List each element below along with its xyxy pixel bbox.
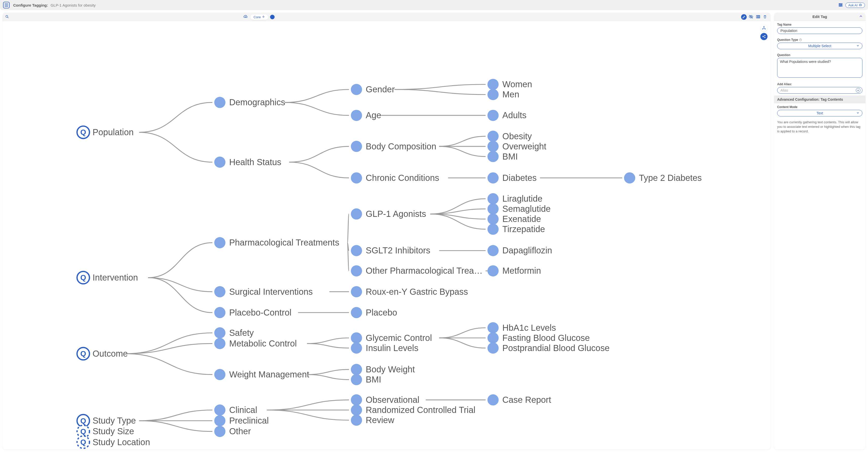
search-icon[interactable] [5, 15, 10, 20]
tree-node-other[interactable]: Other [214, 426, 251, 437]
svg-text:Q: Q [81, 417, 86, 425]
tree-node-weightmgmt[interactable]: Weight Management [214, 369, 309, 380]
tree-node-bmi2[interactable]: BMI [351, 374, 381, 385]
svg-text:BMI: BMI [366, 375, 381, 384]
svg-point-57 [488, 203, 499, 215]
svg-text:Other Pharmacological Trea…: Other Pharmacological Trea… [366, 266, 483, 276]
help-icon[interactable] [799, 38, 802, 41]
tree-node-t2d[interactable]: Type 2 Diabetes [624, 172, 702, 183]
tree-node-sglt2[interactable]: SGLT2 Inhibitors [351, 245, 430, 256]
collapse-panel-icon[interactable] [859, 14, 863, 19]
tree-node-chronic[interactable]: Chronic Conditions [351, 172, 439, 183]
tree-node-healthstatus[interactable]: Health Status [214, 157, 281, 168]
hierarchy-icon[interactable] [761, 24, 768, 31]
settings-icon[interactable] [838, 3, 843, 8]
tree-canvas[interactable]: QPopulationDemographicsGenderWomenMenAge… [3, 21, 771, 449]
question-textarea[interactable] [777, 58, 862, 77]
tree-node-obs[interactable]: Observational [351, 394, 419, 406]
ask-ai-button[interactable]: Ask AI [845, 3, 865, 8]
tree-node-overweight[interactable]: Overweight [488, 141, 547, 152]
svg-text:Glycemic Control: Glycemic Control [366, 333, 432, 343]
svg-text:HbA1c Levels: HbA1c Levels [502, 323, 556, 332]
tree-node-ppbg[interactable]: Postprandial Blood Glucose [488, 343, 610, 354]
tree-node-bw[interactable]: Body Weight [351, 364, 415, 375]
tree-node-metctl[interactable]: Metabolic Control [214, 338, 297, 349]
edit-icon[interactable] [741, 14, 747, 20]
tree-node-surgical[interactable]: Surgical Interventions [214, 286, 313, 297]
share-icon[interactable] [761, 33, 768, 40]
question-type-select[interactable]: Multiple Select [777, 43, 862, 49]
tree-node-clinical[interactable]: Clinical [214, 405, 257, 416]
tree-node-roux[interactable]: Roux-en-Y Gastric Bypass [351, 286, 468, 297]
menu-button[interactable] [3, 2, 10, 8]
chevron-down-icon [856, 111, 860, 116]
tree-node-women[interactable]: Women [488, 79, 532, 90]
tree-node-outcome[interactable]: QOutcome [77, 348, 128, 360]
tree-node-placeboctl[interactable]: Placebo-Control [214, 307, 291, 318]
tree-node-gender[interactable]: Gender [351, 84, 395, 95]
tree-node-dapa[interactable]: Dapagliflozin [488, 245, 552, 256]
svg-rect-1 [839, 5, 842, 5]
tree-node-hba1c[interactable]: HbA1c Levels [488, 322, 556, 333]
svg-text:Placebo: Placebo [366, 308, 397, 317]
tree-node-bmi1[interactable]: BMI [488, 151, 518, 162]
svg-text:Q: Q [81, 427, 86, 435]
tree-node-glyc[interactable]: Glycemic Control [351, 332, 432, 344]
svg-text:Roux-en-Y Gastric Bypass: Roux-en-Y Gastric Bypass [366, 287, 468, 296]
tree-node-intervention[interactable]: QIntervention [77, 271, 138, 284]
tree-node-age[interactable]: Age [351, 110, 381, 121]
svg-line-132 [763, 37, 765, 37]
tree-node-tirz[interactable]: Tirzepatide [488, 224, 545, 235]
tree-node-fbg[interactable]: Fasting Blood Glucose [488, 332, 590, 344]
tree-node-safety[interactable]: Safety [214, 327, 254, 338]
cloud-download-icon[interactable] [243, 14, 248, 20]
edit-tag-title: Edit Tag [812, 14, 827, 19]
trash-icon[interactable] [763, 15, 768, 20]
tree-node-insulin[interactable]: Insulin Levels [351, 343, 418, 354]
svg-point-86 [351, 332, 362, 344]
svg-text:Metformin: Metformin [502, 266, 541, 276]
top-bar: Configure Tagging: GLP-1 Agonists for ob… [0, 0, 868, 10]
tree-node-exen[interactable]: Exenatide [488, 214, 541, 225]
columns-icon[interactable] [756, 14, 761, 20]
add-alias-button[interactable]: + [856, 88, 860, 93]
svg-point-34 [351, 141, 362, 152]
alias-label: Add Alias: [777, 83, 862, 86]
tag-name-input[interactable] [777, 27, 862, 34]
svg-text:Case Report: Case Report [502, 395, 551, 405]
tree-node-pharm[interactable]: Pharmacological Treatments [214, 237, 339, 248]
tree-node-studyloc[interactable]: QStudy Location [77, 436, 150, 448]
tree-node-lira[interactable]: Liraglutide [488, 193, 542, 204]
tree-node-metf[interactable]: Metformin [488, 265, 541, 277]
svg-point-100 [351, 374, 362, 385]
svg-text:Q: Q [81, 349, 86, 358]
svg-point-125 [764, 26, 765, 27]
svg-point-30 [488, 110, 499, 121]
alias-input[interactable] [777, 87, 862, 94]
content-mode-select[interactable]: Text [777, 110, 862, 117]
tree-node-otherpharm[interactable]: Other Pharmacological Trea… [351, 265, 483, 277]
question-type-label: Question Type [777, 38, 862, 42]
tree-node-population[interactable]: QPopulation [77, 126, 134, 138]
tree-node-studytype[interactable]: QStudy Type [77, 415, 136, 427]
svg-point-69 [488, 265, 499, 277]
tree-node-obesity[interactable]: Obesity [488, 131, 532, 142]
tree-node-glp1[interactable]: GLP-1 Agonists [351, 208, 426, 220]
tree-node-demographics[interactable]: Demographics [214, 97, 285, 108]
hide-icon[interactable] [749, 14, 754, 20]
tree-node-review[interactable]: Review [351, 415, 394, 426]
tree-node-casereport[interactable]: Case Report [488, 394, 551, 406]
svg-point-77 [351, 307, 362, 318]
tree-node-diabetes[interactable]: Diabetes [488, 172, 537, 183]
svg-text:Insulin Levels: Insulin Levels [366, 343, 418, 353]
tree-node-adults[interactable]: Adults [488, 110, 527, 121]
tree-node-preclin[interactable]: Preclinical [214, 415, 269, 426]
tree-node-bodycomp[interactable]: Body Composition [351, 141, 436, 152]
edit-tag-panel: Edit Tag Tag Name Question Type Multiple… [774, 13, 865, 449]
tree-node-placebo[interactable]: Placebo [351, 307, 397, 318]
core-tag-selector[interactable]: Core [250, 14, 268, 20]
tree-node-men[interactable]: Men [488, 89, 519, 100]
tree-node-rct[interactable]: Randomized Controlled Trial [351, 405, 475, 416]
tree-node-sema[interactable]: Semaglutide [488, 203, 551, 215]
tag-color-dot[interactable] [270, 15, 275, 19]
